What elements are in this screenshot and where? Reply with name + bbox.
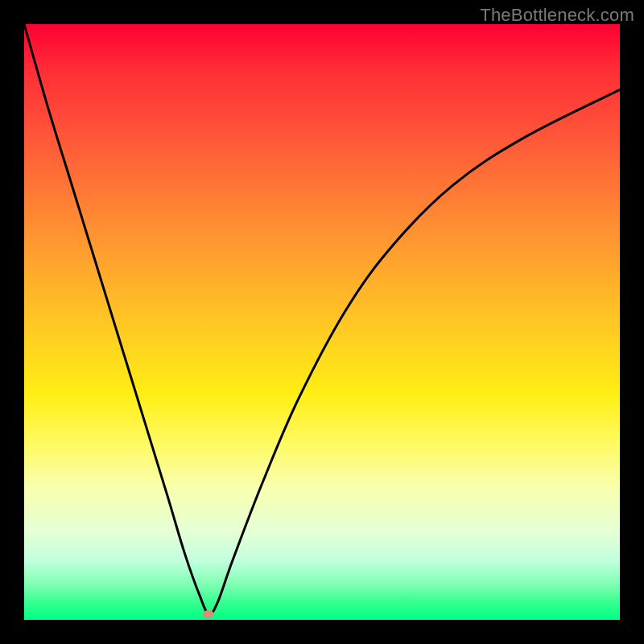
bottleneck-curve	[24, 24, 620, 620]
optimum-marker	[203, 610, 214, 618]
attribution-text: TheBottleneck.com	[480, 5, 634, 26]
plot-area	[24, 24, 620, 620]
